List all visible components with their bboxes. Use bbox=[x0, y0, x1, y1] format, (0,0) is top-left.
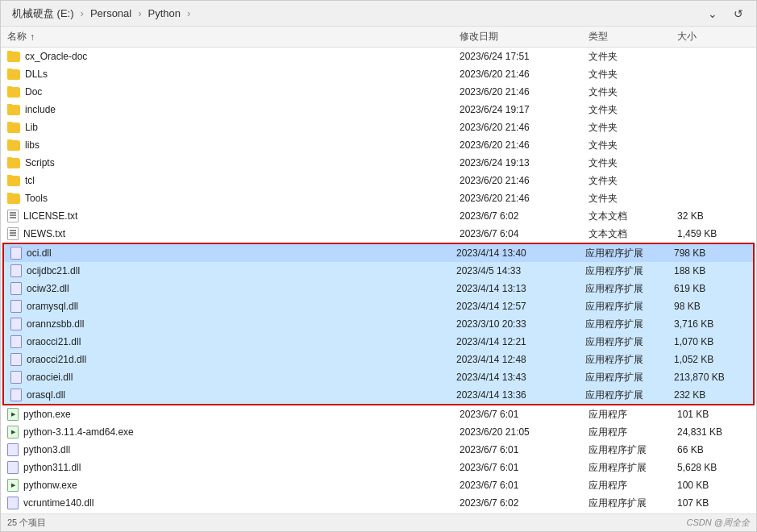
txt-icon bbox=[7, 227, 19, 240]
file-name: Tools bbox=[25, 193, 48, 204]
list-item[interactable]: tcl 2023/6/20 21:46 文件夹 bbox=[1, 172, 756, 189]
list-item[interactable]: oraociei.dll 2023/4/14 13:43 应用程序扩展 213,… bbox=[4, 368, 753, 386]
file-name: LICENSE.txt bbox=[23, 210, 77, 222]
folder-icon bbox=[7, 87, 20, 98]
file-name-cell: Lib bbox=[7, 122, 460, 133]
file-type: 应用程序扩展 bbox=[585, 353, 674, 367]
list-item[interactable]: cx_Oracle-doc 2023/6/24 17:51 文件夹 bbox=[1, 48, 756, 65]
file-type: 文件夹 bbox=[589, 156, 677, 170]
list-item[interactable]: libs 2023/6/20 21:46 文件夹 bbox=[1, 136, 756, 154]
list-item[interactable]: ocijdbc21.dll 2023/4/5 14:33 应用程序扩展 188 … bbox=[4, 262, 753, 280]
breadcrumb-python-label: Python bbox=[148, 7, 181, 19]
list-item[interactable]: LICENSE.txt 2023/6/7 6:02 文本文档 32 KB bbox=[1, 207, 756, 225]
breadcrumb-sep-3: › bbox=[187, 7, 190, 19]
col-modified-header[interactable]: 修改日期 bbox=[460, 30, 589, 44]
file-size: 24,831 KB bbox=[677, 426, 750, 438]
dll-icon bbox=[10, 282, 22, 295]
file-name-cell: oraocci21.dll bbox=[10, 335, 456, 348]
file-size: 5,628 KB bbox=[677, 462, 750, 473]
txt-icon bbox=[7, 210, 19, 222]
folder-icon bbox=[7, 140, 20, 151]
file-name: python.exe bbox=[23, 409, 71, 420]
dll-icon bbox=[10, 300, 22, 313]
column-header: 名称 ↑ 修改日期 类型 大小 bbox=[1, 27, 756, 48]
list-item[interactable]: python311.dll 2023/6/7 6:01 应用程序扩展 5,628… bbox=[1, 459, 756, 476]
col-name-header[interactable]: 名称 ↑ bbox=[7, 30, 460, 44]
list-item[interactable]: oraocci21d.dll 2023/4/14 12:48 应用程序扩展 1,… bbox=[4, 351, 753, 368]
file-size: 1,070 KB bbox=[674, 336, 747, 347]
list-item[interactable]: ociw32.dll 2023/4/14 13:13 应用程序扩展 619 KB bbox=[4, 280, 753, 297]
list-item[interactable]: orannzsbb.dll 2023/3/10 20:33 应用程序扩展 3,7… bbox=[4, 315, 753, 333]
list-item[interactable]: Doc 2023/6/20 21:46 文件夹 bbox=[1, 83, 756, 101]
breadcrumb-python[interactable]: Python bbox=[143, 6, 185, 21]
list-item[interactable]: Lib 2023/6/20 21:46 文件夹 bbox=[1, 118, 756, 136]
file-name-cell: Tools bbox=[7, 193, 460, 204]
breadcrumb-drive[interactable]: 机械硬盘 (E:) bbox=[7, 5, 79, 23]
list-item[interactable]: orasql.dll 2023/4/14 13:36 应用程序扩展 232 KB bbox=[4, 386, 753, 404]
file-modified: 2023/6/7 6:01 bbox=[460, 409, 589, 420]
dll-icon bbox=[10, 389, 22, 401]
file-modified: 2023/6/7 6:01 bbox=[460, 444, 589, 455]
file-name: ocijdbc21.dll bbox=[27, 265, 80, 276]
list-item[interactable]: python3.dll 2023/6/7 6:01 应用程序扩展 66 KB bbox=[1, 441, 756, 459]
file-size: 188 KB bbox=[674, 265, 747, 276]
dll-icon bbox=[7, 497, 19, 509]
file-size: 1,459 KB bbox=[677, 228, 750, 239]
file-modified: 2023/6/7 6:02 bbox=[460, 210, 589, 222]
file-type: 应用程序 bbox=[589, 479, 677, 493]
file-type: 文件夹 bbox=[589, 121, 677, 135]
file-size: 107 KB bbox=[677, 497, 750, 509]
folder-icon bbox=[7, 158, 20, 168]
file-modified: 2023/4/14 12:48 bbox=[456, 354, 585, 365]
file-type: 应用程序扩展 bbox=[585, 318, 674, 331]
file-modified: 2023/6/20 21:46 bbox=[460, 139, 589, 151]
breadcrumb-personal[interactable]: Personal bbox=[85, 6, 136, 21]
folder-icon bbox=[7, 176, 20, 186]
file-type: 文件夹 bbox=[589, 174, 677, 188]
file-name-cell: DLLs bbox=[7, 69, 460, 80]
file-type: 文件夹 bbox=[589, 103, 677, 117]
file-name: Lib bbox=[25, 122, 38, 133]
file-name-cell: oraociei.dll bbox=[10, 371, 456, 384]
file-name-cell: oraocci21d.dll bbox=[10, 353, 456, 366]
col-size-header[interactable]: 大小 bbox=[677, 30, 750, 44]
list-item[interactable]: ▶ python.exe 2023/6/7 6:01 应用程序 101 KB bbox=[1, 405, 756, 423]
file-name: DLLs bbox=[25, 69, 48, 80]
file-name-cell: cx_Oracle-doc bbox=[7, 51, 460, 62]
list-item[interactable]: ▶ python-3.11.4-amd64.exe 2023/6/20 21:0… bbox=[1, 423, 756, 441]
breadcrumb-sep-2: › bbox=[138, 7, 141, 19]
folder-icon bbox=[7, 123, 20, 133]
file-name: libs bbox=[25, 139, 40, 151]
list-item[interactable]: NEWS.txt 2023/6/7 6:04 文本文档 1,459 KB bbox=[1, 225, 756, 243]
file-name: pythonw.exe bbox=[23, 480, 77, 491]
list-item[interactable]: oraocci21.dll 2023/4/14 12:21 应用程序扩展 1,0… bbox=[4, 333, 753, 351]
file-name: orasql.dll bbox=[27, 389, 65, 401]
expand-button[interactable]: ⌄ bbox=[701, 5, 724, 23]
file-modified: 2023/4/14 12:21 bbox=[456, 336, 585, 347]
list-item[interactable]: vcruntime140.dll 2023/6/7 6:02 应用程序扩展 10… bbox=[1, 494, 756, 512]
file-name: include bbox=[25, 104, 56, 115]
exe-icon: ▶ bbox=[7, 408, 19, 421]
col-type-header[interactable]: 类型 bbox=[589, 30, 677, 44]
file-size: 798 KB bbox=[674, 247, 747, 259]
list-item[interactable]: Scripts 2023/6/24 19:13 文件夹 bbox=[1, 154, 756, 172]
list-item[interactable]: oramysql.dll 2023/4/14 12:57 应用程序扩展 98 K… bbox=[4, 297, 753, 315]
refresh-button[interactable]: ↺ bbox=[727, 5, 750, 23]
file-type: 应用程序扩展 bbox=[585, 264, 674, 278]
breadcrumb-drive-label: 机械硬盘 (E:) bbox=[12, 6, 74, 21]
list-item[interactable]: ▶ pythonw.exe 2023/6/7 6:01 应用程序 100 KB bbox=[1, 476, 756, 494]
file-modified: 2023/4/14 13:40 bbox=[456, 247, 585, 259]
list-item[interactable]: oci.dll 2023/4/14 13:40 应用程序扩展 798 KB bbox=[4, 244, 753, 262]
dll-icon bbox=[10, 264, 22, 277]
file-pane: 名称 ↑ 修改日期 类型 大小 cx_Oracle-doc bbox=[1, 27, 756, 513]
folder-icon bbox=[7, 52, 20, 62]
file-name-cell: NEWS.txt bbox=[7, 227, 460, 240]
list-item[interactable]: Tools 2023/6/20 21:46 文件夹 bbox=[1, 189, 756, 207]
list-item[interactable]: DLLs 2023/6/20 21:46 文件夹 bbox=[1, 65, 756, 83]
file-name-cell: oci.dll bbox=[10, 247, 456, 260]
list-item[interactable]: include 2023/6/24 19:17 文件夹 bbox=[1, 101, 756, 118]
file-type: 文本文档 bbox=[589, 227, 677, 241]
file-type: 应用程序 bbox=[589, 408, 677, 422]
file-name: oci.dll bbox=[27, 247, 52, 259]
file-name-cell: ociw32.dll bbox=[10, 282, 456, 295]
